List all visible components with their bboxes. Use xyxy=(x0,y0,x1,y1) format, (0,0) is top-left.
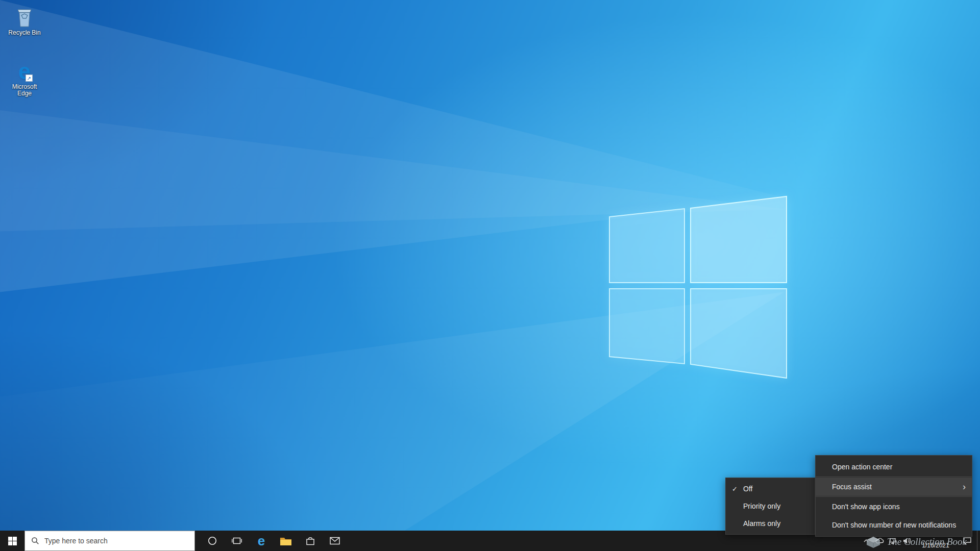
taskbar-apps: e xyxy=(200,531,347,551)
windows-start-icon xyxy=(8,537,17,545)
search-icon xyxy=(31,537,39,545)
taskbar-button-mail[interactable] xyxy=(323,531,347,551)
task-view-icon xyxy=(232,536,242,545)
action-center-icon xyxy=(963,537,972,545)
check-icon: ✓ xyxy=(732,485,738,493)
desktop-icon-label: Microsoft Edge xyxy=(6,84,43,97)
tray-date: 1/16/2021 xyxy=(922,542,949,549)
menu-item-priority-only[interactable]: Priority only xyxy=(726,497,815,515)
action-center-context-menu: Open action center Focus assist › Don't … xyxy=(815,455,972,537)
search-input[interactable] xyxy=(44,537,182,545)
show-desktop-button[interactable] xyxy=(977,531,980,551)
menu-item-focus-assist[interactable]: Focus assist › xyxy=(816,478,972,496)
menu-item-off[interactable]: ✓ Off xyxy=(726,480,815,497)
menu-item-dont-show-number-of-new-notifications[interactable]: Don't show number of new notifications xyxy=(816,516,972,534)
cloud-icon xyxy=(875,538,884,544)
network-icon xyxy=(889,537,897,544)
taskbar-button-cortana[interactable] xyxy=(200,531,225,551)
submenu-arrow-icon: › xyxy=(963,482,967,492)
menu-separator xyxy=(816,496,972,497)
taskbar-search[interactable] xyxy=(24,531,195,551)
desktop-icon-label: Recycle Bin xyxy=(8,30,40,36)
windows-logo-wallpaper xyxy=(607,194,789,381)
chevron-up-icon xyxy=(863,537,870,544)
menu-item-dont-show-app-icons[interactable]: Don't show app icons xyxy=(816,497,972,516)
speaker-icon xyxy=(902,537,911,544)
shortcut-arrow-icon: ↗ xyxy=(26,74,33,82)
desktop-wallpaper: Recycle Bin e ↗ Microsoft Edge ✓ Off Pri… xyxy=(0,0,980,551)
focus-assist-submenu: ✓ Off Priority only Alarms only xyxy=(725,478,815,535)
taskbar-button-file-explorer[interactable] xyxy=(274,531,298,551)
cortana-icon xyxy=(207,536,217,546)
start-button[interactable] xyxy=(0,531,24,551)
mail-icon xyxy=(330,537,340,545)
menu-separator xyxy=(816,477,972,477)
desktop-icon-recycle-bin[interactable]: Recycle Bin xyxy=(3,4,46,36)
menu-item-open-action-center[interactable]: Open action center xyxy=(816,458,972,476)
taskbar-button-store[interactable] xyxy=(298,531,323,551)
menu-item-alarms-only[interactable]: Alarms only xyxy=(726,515,815,532)
desktop-icon-microsoft-edge[interactable]: e ↗ Microsoft Edge xyxy=(3,58,46,97)
taskbar-button-task-view[interactable] xyxy=(225,531,249,551)
store-icon xyxy=(305,536,315,546)
recycle-bin-icon xyxy=(15,6,34,28)
file-explorer-icon xyxy=(280,536,292,546)
edge-icon: e xyxy=(258,534,265,547)
taskbar-button-edge[interactable]: e xyxy=(249,531,274,551)
